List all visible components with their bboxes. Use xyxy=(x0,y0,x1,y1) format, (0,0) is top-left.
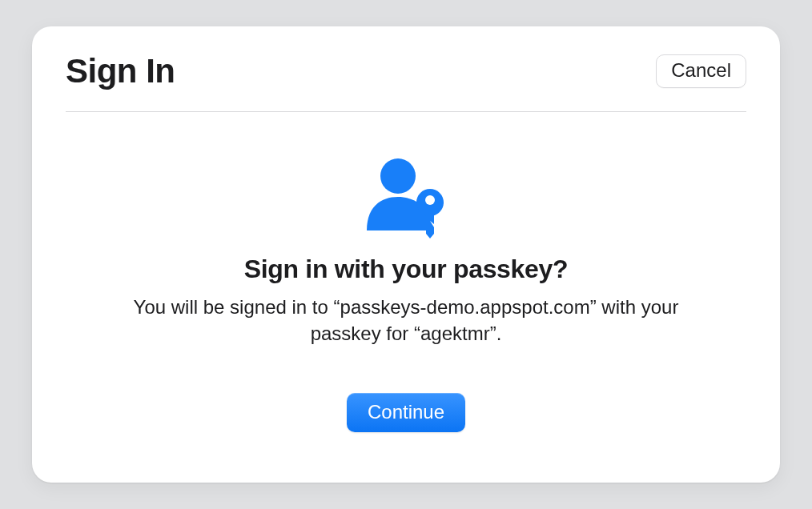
sign-in-sheet: Sign In Cancel Sign in with your passkey… xyxy=(32,26,780,483)
sheet-header: Sign In Cancel xyxy=(66,26,746,111)
svg-point-0 xyxy=(380,158,416,194)
sheet-content: Sign in with your passkey? You will be s… xyxy=(66,112,746,432)
passkey-body-text: You will be signed in to “passkeys-demo.… xyxy=(102,294,710,347)
continue-button[interactable]: Continue xyxy=(347,393,465,432)
passkey-headline: Sign in with your passkey? xyxy=(244,254,569,284)
passkey-icon xyxy=(362,157,450,243)
svg-point-2 xyxy=(425,195,435,205)
page-title: Sign In xyxy=(66,52,175,90)
cancel-button[interactable]: Cancel xyxy=(656,54,746,88)
